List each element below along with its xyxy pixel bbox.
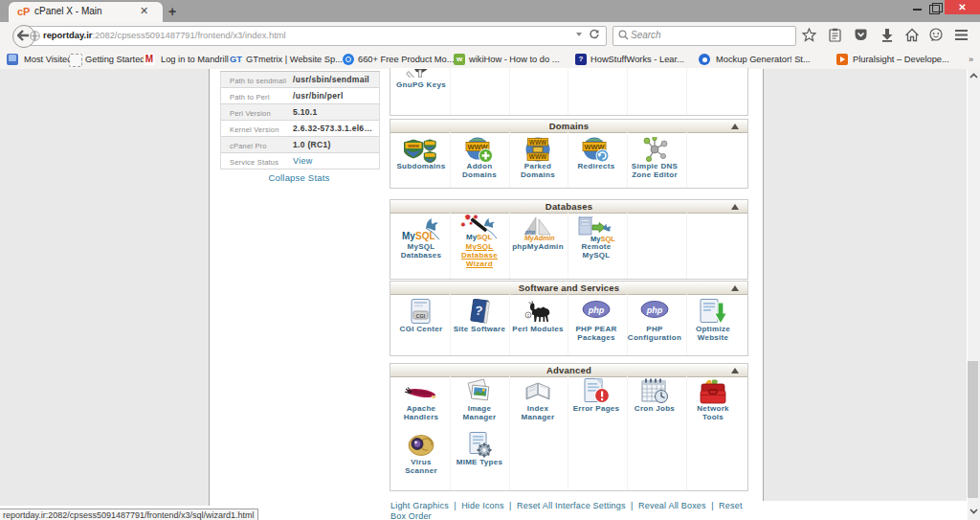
svg-text:My: My [402, 231, 415, 241]
svg-text:✹: ✹ [460, 221, 466, 228]
svg-text:WWW: WWW [529, 139, 547, 146]
svg-text:WWW: WWW [529, 153, 547, 160]
svg-text:www: www [407, 143, 419, 148]
svg-text:php: php [588, 305, 605, 315]
svg-text:cP: cP [17, 6, 30, 17]
svg-text:MyAdmin: MyAdmin [524, 235, 555, 242]
svg-text:My: My [466, 233, 478, 241]
svg-text:CGI: CGI [416, 313, 426, 319]
svg-text:php: php [646, 305, 663, 315]
svg-text:SQL: SQL [477, 233, 493, 241]
